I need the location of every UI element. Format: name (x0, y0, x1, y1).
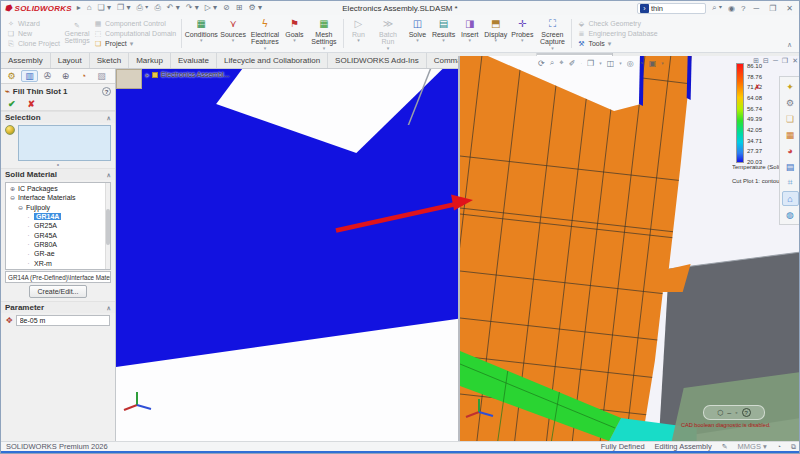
display-style-icon[interactable]: ◫ (607, 59, 615, 68)
tree-item-gr80a[interactable]: ·GR80A (25, 240, 110, 249)
home-icon[interactable]: ⌂ (87, 1, 92, 15)
boolean-diagnostic-icon[interactable]: ⬡ (717, 409, 723, 417)
print-icon[interactable]: ⎙ (154, 1, 160, 15)
attach-icon[interactable]: ⊘ (223, 1, 230, 15)
forum-icon[interactable]: ⌗ (782, 175, 799, 190)
component-control-button[interactable]: ▦Component Control (94, 20, 176, 28)
user-account-icon[interactable]: ◉ (728, 4, 735, 13)
ribbon-collapse-icon[interactable]: ∧ (787, 41, 796, 51)
material-tree[interactable]: ⊕IC Packages ⊖Interface Materials ⊖Fujip… (5, 182, 111, 270)
restore-button[interactable]: ❐ (767, 4, 778, 13)
computational-domain-button[interactable]: ⬚Computational Domain (94, 30, 176, 38)
tree-item-ic-packages[interactable]: ⊕IC Packages (9, 184, 110, 193)
diagnostic-help-icon[interactable]: ? (742, 408, 751, 417)
tab-solidworks-add-ins[interactable]: SOLIDWORKS Add-Ins (328, 53, 427, 68)
feature-help-icon[interactable]: ? (102, 87, 111, 96)
tree-item-laminates[interactable]: ⊕Laminates (9, 268, 110, 270)
restore-pane-icon[interactable]: ❐ (782, 57, 788, 65)
tab-assembly[interactable]: Assembly (1, 53, 51, 68)
tree-scrollbar[interactable] (105, 183, 110, 269)
zoom-area-icon[interactable]: ⌖ (559, 58, 564, 68)
tab-layout[interactable]: Layout (51, 53, 90, 68)
appearance-icon[interactable]: ◔ (639, 59, 644, 68)
zoom-to-fit-icon[interactable]: ⌕ (550, 58, 554, 68)
section-view-icon[interactable]: ▣ (649, 59, 657, 68)
thickness-input[interactable] (16, 315, 110, 326)
grid-icon[interactable]: ⊞ (236, 1, 243, 15)
breadcrumb[interactable]: ▸ Electronics Assembl... (146, 71, 229, 78)
close-button[interactable]: ✕ (784, 4, 795, 13)
flyout-arrow-icon[interactable]: ▸ (146, 71, 149, 78)
expand-icon[interactable]: ▸ (77, 1, 81, 15)
options-icon[interactable]: ⚙ ▾ (249, 1, 262, 15)
tree-item-fujipoly[interactable]: ⊖Fujipoly (17, 203, 110, 212)
annotate-icon[interactable]: ✐ (569, 59, 576, 68)
insert-button[interactable]: ◨Insert▾ (457, 16, 482, 51)
selection-group-header[interactable]: Selection ∧ (1, 111, 115, 123)
tag-icon[interactable]: ◔ (777, 443, 781, 450)
check-geometry-button[interactable]: ⬙Check Geometry (577, 20, 657, 28)
tab-lifecycle-and-collaboration[interactable]: Lifecycle and Collaboration (217, 53, 328, 68)
project-button[interactable]: ❏Project ▾ (94, 40, 176, 48)
select-icon[interactable]: ▷ ▾ (205, 1, 217, 15)
open-icon[interactable]: ❐ ▾ (117, 1, 130, 15)
content-central-icon[interactable]: ◍ (782, 207, 799, 222)
expand-toggle-icon[interactable]: ⊖ (9, 194, 16, 201)
tree-item-gr45a[interactable]: ·GR45A (25, 230, 110, 239)
tab-markup[interactable]: Markup (129, 53, 171, 68)
cut-plot-viewport[interactable]: ⟳ ⌕ ⌖ ✐ · ❐ ▾ ◫ ▾ ◎ ◔ ▣ ▾ ⊞ ⊟ ─ ❐ ✕ 86.1… (458, 56, 800, 441)
solid-material-group-header[interactable]: Solid Material ∧ (1, 168, 115, 180)
new-document-icon[interactable]: ❏ ▾ (98, 1, 111, 15)
tab-evaluate[interactable]: Evaluate (171, 53, 217, 68)
engineering-database-button[interactable]: ≣Engineering Database (577, 30, 657, 38)
tree-flyout-stub[interactable] (116, 69, 142, 89)
tools-button[interactable]: ⚒Tools ▾ (577, 40, 657, 48)
material-dropdown[interactable]: GR14A (Pre-Defined)\Interface Materi ∨ (5, 271, 111, 283)
tree-item-interface-materials[interactable]: ⊖Interface Materials (9, 193, 110, 202)
undo-icon[interactable]: ↶ ▾ (167, 1, 180, 15)
feature-manager-tab[interactable]: ⚙ (3, 70, 20, 82)
redo-icon[interactable]: ↷ ▾ (186, 1, 199, 15)
home-icon[interactable]: ⌂ (782, 191, 799, 206)
search-icon[interactable]: ⌕ ▾ (712, 3, 722, 13)
view-orientation-icon[interactable]: ❐ (587, 59, 594, 68)
close-pane-icon[interactable]: ✕ (792, 57, 798, 65)
tree-item-gr14a[interactable]: ·GR14A (25, 212, 110, 221)
wizard-button[interactable]: ✧Wizard (7, 20, 60, 28)
minimize-pane-icon[interactable]: ─ (773, 57, 778, 65)
display-manager-tab[interactable]: ◔ (75, 70, 92, 82)
results-button[interactable]: ▤Results▾ (430, 16, 457, 51)
screen-capture-button[interactable]: ⛶Screen Capture▾ (535, 16, 569, 51)
rotate-view-icon[interactable]: ⟳ (538, 59, 545, 68)
design-library-icon[interactable]: ✦ (782, 79, 799, 94)
cancel-button[interactable]: ✘ (28, 99, 36, 109)
probes-button[interactable]: ✛Probes▾ (509, 16, 535, 51)
units-selector[interactable]: MMGS ▾ (738, 442, 767, 451)
simulation-tree-tab[interactable]: ▧ (93, 70, 110, 82)
minimize-button[interactable]: ─ (751, 4, 761, 13)
panel-toggle-icon[interactable]: ⧉ (791, 443, 796, 451)
ok-button[interactable]: ✔ (8, 99, 16, 109)
sources-button[interactable]: ⋎Sources▾ (218, 16, 248, 51)
file-explorer-icon[interactable]: ❏ (782, 111, 799, 126)
tab-sketch[interactable]: Sketch (90, 53, 129, 68)
appearances-icon[interactable]: ◕ (782, 143, 799, 158)
search-box[interactable]: › (637, 3, 706, 14)
conditions-button[interactable]: ▦Conditions▾ (184, 16, 218, 51)
mesh-settings-button[interactable]: ▦Mesh Settings▾ (307, 16, 341, 51)
split-view-icon[interactable]: ⊞ (753, 57, 759, 65)
electrical-features-button[interactable]: ϟElectrical Features▾ (248, 16, 282, 51)
new-project-button[interactable]: ❏New (7, 30, 60, 38)
tree-item-gr25a[interactable]: ·GR25A (25, 221, 110, 230)
view-palette-icon[interactable]: ▦ (782, 127, 799, 142)
expand-toggle-icon[interactable]: ⊕ (9, 185, 16, 192)
hide-show-icon[interactable]: ◎ (627, 59, 634, 68)
configuration-manager-tab[interactable]: ✇ (39, 70, 56, 82)
parameter-group-header[interactable]: Parameter ∧ (1, 301, 115, 313)
property-manager-tab[interactable]: ▥ (21, 70, 38, 82)
tile-view-icon[interactable]: ⊟ (763, 57, 769, 65)
batch-run-button[interactable]: ≫Batch Run▾ (371, 16, 405, 51)
exit-markup-icon[interactable]: ✗ (754, 83, 761, 92)
clone-project-button[interactable]: ⎘Clone Project (7, 40, 60, 48)
toolbox-icon[interactable]: ⚙ (782, 95, 799, 110)
